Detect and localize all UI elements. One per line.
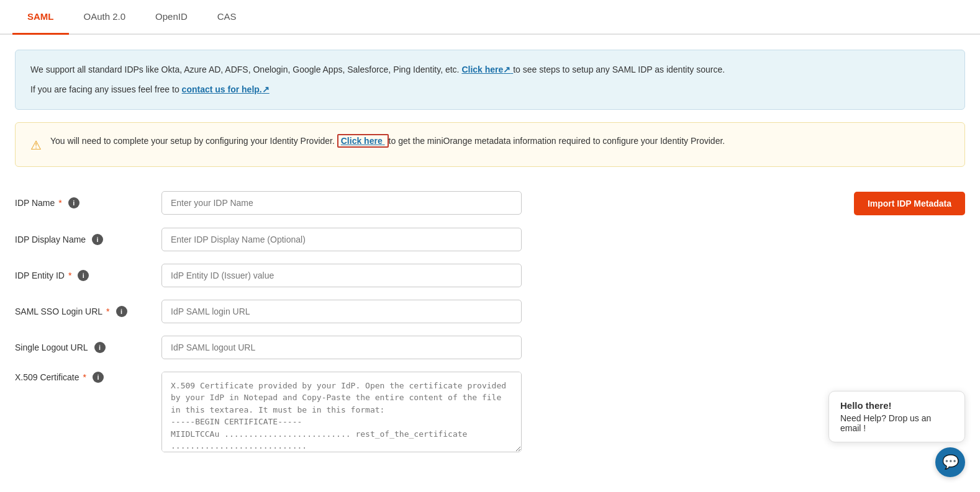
- form-row-idp-display-name: IDP Display Name i: [15, 221, 965, 257]
- label-single-logout-url: Single Logout URL i: [15, 342, 152, 353]
- idp-display-name-input[interactable]: [161, 228, 522, 251]
- chat-icon: 💬: [942, 454, 959, 470]
- info-text-before: We support all standard IDPs like Okta, …: [30, 65, 460, 74]
- tab-saml[interactable]: SAML: [12, 0, 69, 35]
- label-x509-certificate: X.509 Certificate * i: [15, 372, 152, 383]
- chat-bubble: Hello there! Need Help? Drop us an email…: [828, 391, 965, 442]
- single-logout-url-input[interactable]: [161, 336, 522, 359]
- warning-box: ⚠ You will need to complete your setup b…: [15, 122, 965, 167]
- x509-certificate-textarea[interactable]: [161, 372, 522, 452]
- chat-greeting: Hello there!: [840, 400, 953, 411]
- chat-message: Need Help? Drop us an email !: [840, 413, 931, 433]
- chat-button[interactable]: 💬: [935, 447, 965, 475]
- tab-cas[interactable]: CAS: [202, 0, 252, 35]
- tab-bar: SAML OAuth 2.0 OpenID CAS: [0, 0, 980, 35]
- input-wrap-idp-entity-id: [161, 264, 522, 287]
- import-idp-metadata-button[interactable]: Import IDP Metadata: [854, 192, 965, 215]
- input-wrap-saml-sso-login-url: [161, 300, 522, 323]
- label-idp-entity-id: IDP Entity ID * i: [15, 270, 152, 281]
- idp-entity-id-input[interactable]: [161, 264, 522, 287]
- info-link[interactable]: Click here↗: [461, 65, 513, 74]
- required-star: *: [106, 306, 109, 316]
- info-box: We support all standard IDPs like Okta, …: [15, 50, 965, 110]
- info-icon-saml-sso-login-url[interactable]: i: [116, 306, 127, 317]
- tab-openid[interactable]: OpenID: [140, 0, 202, 35]
- form-row-x509-certificate: X.509 Certificate * i: [15, 365, 965, 460]
- chat-widget: Hello there! Need Help? Drop us an email…: [828, 391, 965, 475]
- form-row-idp-entity-id: IDP Entity ID * i: [15, 257, 965, 293]
- info-icon-single-logout-url[interactable]: i: [94, 342, 106, 353]
- warning-text: You will need to complete your setup by …: [50, 134, 725, 148]
- required-star: *: [68, 271, 71, 280]
- tab-oauth2[interactable]: OAuth 2.0: [69, 0, 141, 35]
- idp-form: IDP Name * i Import IDP Metadata IDP Dis…: [15, 184, 965, 460]
- required-star: *: [58, 198, 61, 208]
- label-idp-display-name: IDP Display Name i: [15, 234, 152, 245]
- info-icon-idp-name[interactable]: i: [68, 197, 79, 208]
- input-wrap-idp-name: [161, 191, 522, 215]
- info-icon-idp-entity-id[interactable]: i: [78, 270, 89, 281]
- contact-link[interactable]: contact us for help.↗: [182, 84, 270, 94]
- saml-sso-login-url-input[interactable]: [161, 300, 522, 323]
- idp-name-input[interactable]: [161, 191, 522, 215]
- required-star: *: [83, 372, 86, 382]
- input-wrap-single-logout-url: [161, 336, 522, 359]
- warning-icon: ⚠: [30, 135, 42, 155]
- info-icon-idp-display-name[interactable]: i: [92, 234, 103, 245]
- info-line2-before: If you are facing any issues feel free t…: [30, 84, 179, 94]
- info-text-after: to see steps to setup any SAML IDP as id…: [513, 65, 725, 74]
- form-row-idp-name: IDP Name * i Import IDP Metadata: [15, 184, 965, 221]
- form-row-single-logout-url: Single Logout URL i: [15, 329, 965, 365]
- input-wrap-x509-certificate: [161, 372, 522, 454]
- label-saml-sso-login-url: SAML SSO Login URL * i: [15, 306, 152, 317]
- info-icon-x509-certificate[interactable]: i: [93, 372, 104, 383]
- label-idp-name: IDP Name * i: [15, 197, 152, 208]
- input-wrap-idp-display-name: [161, 228, 522, 251]
- form-row-saml-sso-login-url: SAML SSO Login URL * i: [15, 293, 965, 329]
- warning-link[interactable]: Click here: [337, 134, 389, 148]
